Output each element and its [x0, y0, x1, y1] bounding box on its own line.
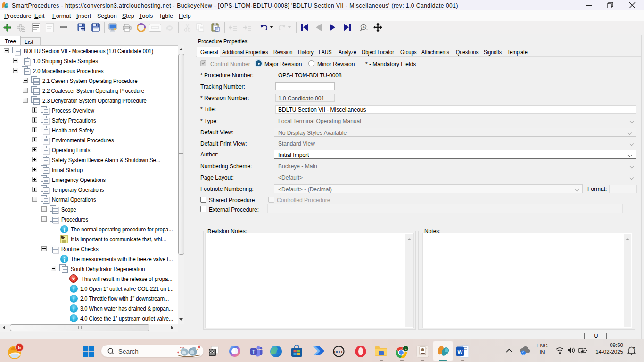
- svg-text:W: W: [457, 349, 463, 355]
- svg-text:5: 5: [18, 345, 21, 350]
- svg-text:T: T: [252, 349, 255, 354]
- svg-text:DELL: DELL: [334, 350, 344, 354]
- svg-text:L: L: [405, 346, 407, 351]
- svg-text:z: z: [633, 346, 635, 350]
- svg-text:A: A: [363, 25, 365, 29]
